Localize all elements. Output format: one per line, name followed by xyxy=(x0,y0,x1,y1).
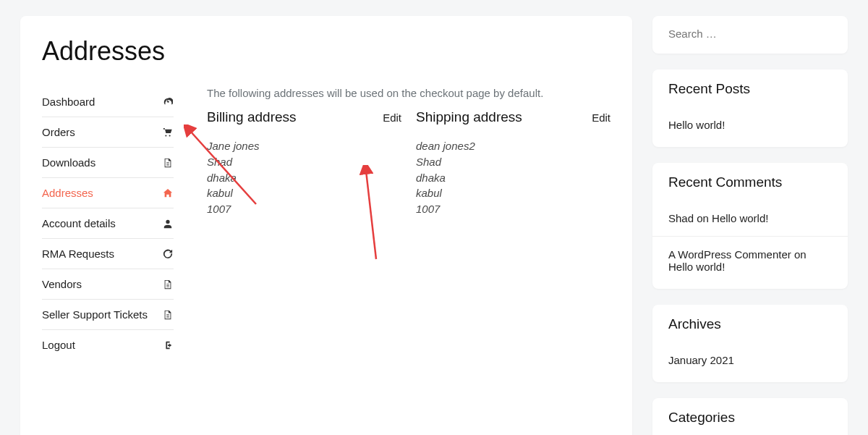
addr-line: dean jones2 xyxy=(416,138,610,154)
recent-comments-widget: Recent Comments Shad on Hello world! A W… xyxy=(652,163,848,289)
file-icon xyxy=(162,157,174,169)
main-panel: Addresses Dashboard Orders Downloads Add… xyxy=(20,16,632,435)
cart-icon xyxy=(162,127,174,138)
nav-seller-tickets[interactable]: Seller Support Tickets xyxy=(42,300,174,330)
comment-post: Hello world! xyxy=(712,212,768,224)
nav-rma[interactable]: RMA Requests xyxy=(42,239,174,269)
nav-label: Account details xyxy=(42,217,116,229)
nav-label: Seller Support Tickets xyxy=(42,308,148,321)
addr-line: kabul xyxy=(416,185,610,201)
nav-orders[interactable]: Orders xyxy=(42,117,174,148)
shipping-title: Shipping address xyxy=(416,109,522,125)
billing-edit-link[interactable]: Edit xyxy=(383,111,401,124)
billing-address: Jane jones Shad dhaka kabul 1007 xyxy=(207,138,401,217)
nav-label: Logout xyxy=(42,339,75,351)
widget-title: Archives xyxy=(668,316,832,332)
address-content: The following addresses will be used on … xyxy=(207,87,610,360)
file-icon xyxy=(162,309,174,321)
addr-line: kabul xyxy=(207,185,401,201)
addr-line: dhaka xyxy=(207,170,401,186)
logout-icon xyxy=(162,339,174,351)
shipping-edit-link[interactable]: Edit xyxy=(592,111,610,124)
archives-widget: Archives January 2021 xyxy=(652,305,848,382)
addr-line: dhaka xyxy=(416,170,610,186)
nav-label: Vendors xyxy=(42,278,82,290)
intro-text: The following addresses will be used on … xyxy=(207,87,610,99)
billing-column: Billing address Edit Jane jones Shad dha… xyxy=(207,109,401,217)
recent-posts-widget: Recent Posts Hello world! xyxy=(652,69,848,147)
categories-widget: Categories Uncategorized xyxy=(652,398,848,435)
nav-downloads[interactable]: Downloads xyxy=(42,148,174,178)
page-title: Addresses xyxy=(42,36,610,67)
addr-line: 1007 xyxy=(416,201,610,217)
addr-line: Jane jones xyxy=(207,138,401,154)
widget-title: Recent Comments xyxy=(668,174,832,190)
home-icon xyxy=(162,187,174,199)
widget-title: Categories xyxy=(668,410,832,426)
nav-label: Downloads xyxy=(42,156,95,169)
nav-label: Dashboard xyxy=(42,96,95,108)
divider xyxy=(652,236,848,237)
nav-label: Orders xyxy=(42,126,75,138)
user-icon xyxy=(162,218,174,229)
comment-post: Hello world! xyxy=(668,261,725,273)
addr-line: Shad xyxy=(416,154,610,170)
refresh-icon xyxy=(162,248,174,260)
recent-post-link[interactable]: Hello world! xyxy=(668,116,832,134)
shipping-address: dean jones2 Shad dhaka kabul 1007 xyxy=(416,138,610,217)
nav-account-details[interactable]: Account details xyxy=(42,208,174,239)
account-nav: Dashboard Orders Downloads Addresses Acc… xyxy=(42,87,174,360)
addr-line: Shad xyxy=(207,154,401,170)
comment-author: A WordPress Commenter xyxy=(668,248,791,261)
comment-on: on xyxy=(794,248,807,261)
nav-addresses[interactable]: Addresses xyxy=(42,178,174,208)
recent-comment-item[interactable]: A WordPress Commenter on Hello world! xyxy=(668,245,832,276)
right-sidebar: Recent Posts Hello world! Recent Comment… xyxy=(652,16,848,435)
file-icon xyxy=(162,279,174,290)
nav-label: RMA Requests xyxy=(42,248,114,260)
search-widget xyxy=(652,16,848,54)
dashboard-icon xyxy=(162,96,174,108)
nav-label: Addresses xyxy=(42,187,93,199)
archive-link[interactable]: January 2021 xyxy=(668,351,832,369)
widget-title: Recent Posts xyxy=(668,81,832,97)
search-input[interactable] xyxy=(668,28,832,40)
nav-dashboard[interactable]: Dashboard xyxy=(42,87,174,117)
addr-line: 1007 xyxy=(207,201,401,217)
nav-logout[interactable]: Logout xyxy=(42,330,174,360)
billing-title: Billing address xyxy=(207,109,297,125)
comment-author: Shad xyxy=(668,212,694,224)
recent-comment-item[interactable]: Shad on Hello world! xyxy=(668,209,832,227)
nav-vendors[interactable]: Vendors xyxy=(42,269,174,300)
comment-on: on xyxy=(697,212,709,224)
shipping-column: Shipping address Edit dean jones2 Shad d… xyxy=(416,109,610,217)
